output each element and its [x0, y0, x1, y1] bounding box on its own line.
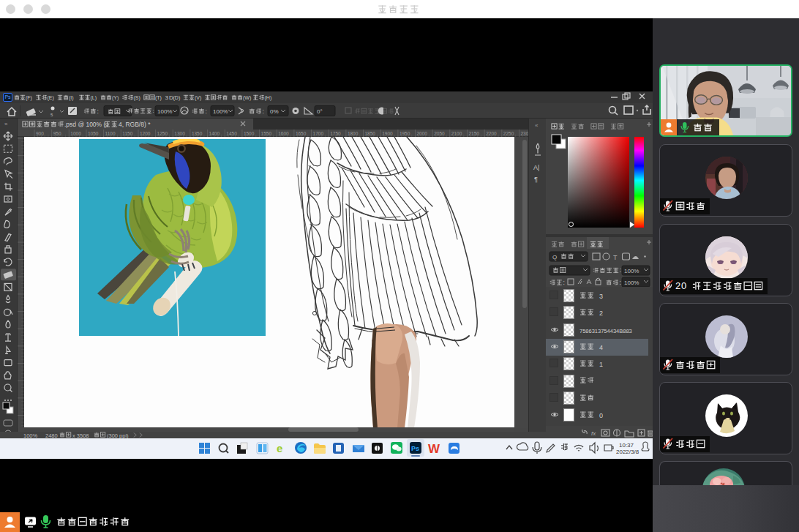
svg-text:950: 950	[53, 131, 61, 136]
svg-text:0: 0	[681, 280, 686, 291]
svg-text:10:37: 10:37	[619, 442, 634, 449]
svg-text:100%: 100%	[624, 268, 639, 274]
svg-text:900: 900	[36, 131, 44, 136]
svg-text:T: T	[613, 254, 618, 261]
svg-text:Ps: Ps	[411, 445, 419, 452]
svg-text:0: 0	[599, 412, 603, 419]
svg-text:(D): (D)	[173, 95, 181, 101]
svg-text:(L): (L)	[91, 95, 97, 101]
svg-text:¶: ¶	[534, 176, 538, 183]
svg-text:Q: Q	[552, 254, 557, 261]
svg-text:2: 2	[675, 280, 680, 291]
svg-text:e: e	[277, 442, 282, 454]
svg-text::: :	[152, 108, 154, 114]
svg-text:2480: 2480	[45, 432, 58, 439]
svg-text:3: 3	[165, 94, 169, 101]
svg-text:1: 1	[599, 361, 603, 368]
svg-text:fx: fx	[591, 430, 596, 437]
svg-text:(V): (V)	[195, 95, 201, 101]
svg-text::: :	[205, 108, 206, 115]
svg-text:100%: 100%	[23, 432, 38, 439]
svg-text:(S): (S)	[134, 95, 140, 101]
svg-text:«: «	[535, 122, 539, 129]
svg-text:x 3508: x 3508	[72, 432, 89, 439]
svg-text:4, RGB/8) *: 4, RGB/8) *	[119, 121, 151, 128]
svg-text:.psd @ 100% (: .psd @ 100% (	[64, 121, 106, 128]
svg-text:(F): (F)	[26, 95, 32, 101]
svg-text:100%: 100%	[624, 280, 639, 286]
svg-text:7586313754434B883: 7586313754434B883	[579, 328, 632, 334]
svg-text:W: W	[428, 442, 440, 456]
svg-text:0%: 0%	[270, 108, 279, 115]
svg-text:3: 3	[599, 293, 603, 300]
svg-text::: :	[97, 108, 98, 115]
svg-text:A|: A|	[533, 164, 539, 171]
svg-text:100%: 100%	[213, 108, 228, 115]
svg-text::: :	[619, 279, 620, 286]
svg-text:0°: 0°	[317, 108, 323, 115]
svg-text:(I): (I)	[69, 95, 74, 101]
svg-text:100%: 100%	[157, 108, 172, 115]
svg-text:(W): (W)	[243, 95, 251, 101]
svg-text:»: »	[4, 121, 8, 127]
svg-text:2022/3/8: 2022/3/8	[616, 449, 639, 455]
svg-text:(T): (T)	[155, 95, 162, 101]
svg-text:(Y): (Y)	[112, 95, 119, 101]
svg-text:(H): (H)	[265, 95, 272, 101]
svg-text::: :	[563, 279, 564, 286]
svg-text:4: 4	[599, 344, 603, 351]
svg-text:5: 5	[50, 113, 53, 117]
svg-text::: :	[620, 266, 621, 274]
svg-text:(300 ppi): (300 ppi)	[107, 432, 129, 439]
svg-text:2: 2	[599, 310, 603, 317]
svg-text:(E): (E)	[48, 95, 54, 101]
svg-text::: :	[262, 108, 263, 115]
